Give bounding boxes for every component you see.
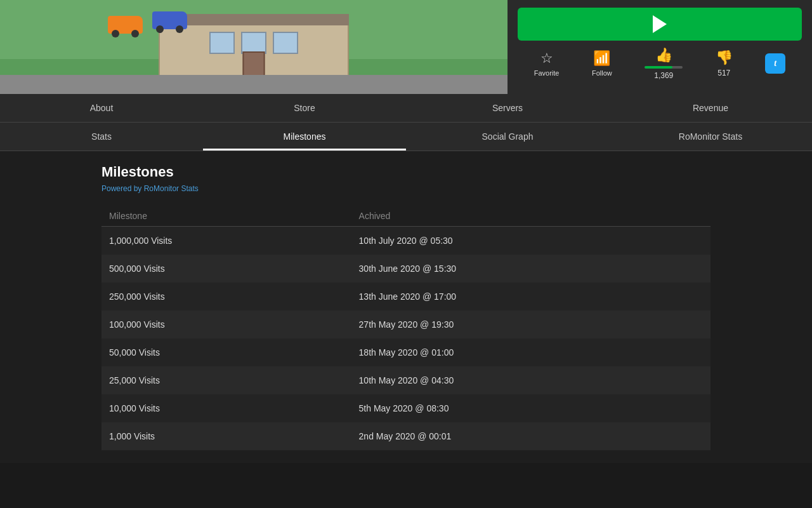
window-3 [273,32,298,54]
dislike-section: 👎 517 [716,50,733,77]
tabs-primary: About Store Servers Revenue [0,94,812,123]
col-header-milestone: Milestone [102,206,351,227]
powered-by-prefix: Powered by [102,184,144,193]
tab-revenue[interactable]: Revenue [609,94,812,122]
thumbs-up-icon[interactable]: 👍 [655,47,672,64]
table-row: 100,000 Visits27th May 2020 @ 19:30 [102,311,710,338]
tabs-row1: About Store Servers Revenue Stats Milest… [0,94,812,151]
building-decoration [159,24,349,81]
tab-servers[interactable]: Servers [406,94,609,122]
milestone-name: 50,000 Visits [102,338,351,366]
table-row: 50,000 Visits18th May 2020 @ 01:00 [102,338,710,366]
follow-icon: 📶 [593,50,610,67]
twitter-button[interactable]: t [765,53,785,74]
car-orange [108,16,143,34]
milestone-name: 100,000 Visits [102,311,351,338]
thumbs-down-icon[interactable]: 👎 [716,50,733,66]
milestones-table: Milestone Achived 1,000,000 Visits10th J… [102,206,710,450]
favorite-button[interactable]: ☆ Favorite [534,50,560,77]
tab-stats[interactable]: Stats [0,123,203,150]
milestone-name: 25,000 Visits [102,366,351,394]
milestone-achieved: 13th June 2020 @ 17:00 [351,283,710,311]
tab-social-graph[interactable]: Social Graph [406,123,609,150]
col-header-achieved: Achived [351,206,710,227]
milestone-achieved: 5th May 2020 @ 08:30 [351,394,710,422]
powered-by: Powered by RoMonitor Stats [102,184,710,193]
milestone-achieved: 10th May 2020 @ 04:30 [351,366,710,394]
twitter-icon: t [774,58,776,69]
milestone-name: 250,000 Visits [102,283,351,311]
car-blue [152,11,187,29]
powered-by-brand: RoMonitor Stats [144,184,199,193]
window-1 [209,32,235,54]
milestone-achieved: 30th June 2020 @ 15:30 [351,255,710,283]
star-icon: ☆ [540,50,553,67]
page-container: ☆ Favorite 📶 Follow 👍 1,369 👎 517 [0,0,812,508]
table-row: 10,000 Visits5th May 2020 @ 08:30 [102,394,710,422]
milestone-achieved: 18th May 2020 @ 01:00 [351,338,710,366]
follow-label: Follow [592,69,612,77]
favorite-label: Favorite [534,69,560,77]
table-row: 500,000 Visits30th June 2020 @ 15:30 [102,255,710,283]
table-row: 1,000,000 Visits10th July 2020 @ 05:30 [102,227,710,255]
tab-romonitor-stats[interactable]: RoMonitor Stats [609,123,812,150]
tab-about[interactable]: About [0,94,203,122]
like-bar [645,66,683,69]
tabs-secondary: Stats Milestones Social Graph RoMonitor … [0,123,812,151]
side-panel: ☆ Favorite 📶 Follow 👍 1,369 👎 517 [508,0,812,94]
milestone-achieved: 10th July 2020 @ 05:30 [351,227,710,255]
like-count: 1,369 [654,71,673,80]
milestone-name: 1,000 Visits [102,422,351,450]
milestone-achieved: 27th May 2020 @ 19:30 [351,311,710,338]
milestone-achieved: 2nd May 2020 @ 00:01 [351,422,710,450]
content-area: Milestones Powered by RoMonitor Stats Mi… [0,151,812,463]
milestone-name: 1,000,000 Visits [102,227,351,255]
play-icon [653,15,667,33]
top-section: ☆ Favorite 📶 Follow 👍 1,369 👎 517 [0,0,812,94]
window-2 [241,32,266,54]
table-row: 25,000 Visits10th May 2020 @ 04:30 [102,366,710,394]
milestone-name: 500,000 Visits [102,255,351,283]
road-decoration [0,75,508,94]
follow-button[interactable]: 📶 Follow [592,50,612,77]
table-row: 1,000 Visits2nd May 2020 @ 00:01 [102,422,710,450]
tab-store[interactable]: Store [203,94,406,122]
play-button[interactable] [518,8,802,41]
game-thumbnail [0,0,508,94]
like-section: 👍 1,369 [645,47,683,80]
action-buttons-row: ☆ Favorite 📶 Follow 👍 1,369 👎 517 [518,47,802,80]
dislike-count: 517 [717,69,730,77]
milestone-name: 10,000 Visits [102,394,351,422]
tab-milestones[interactable]: Milestones [203,123,406,150]
like-bar-fill [645,66,672,69]
table-row: 250,000 Visits13th June 2020 @ 17:00 [102,283,710,311]
milestones-title: Milestones [102,164,710,180]
